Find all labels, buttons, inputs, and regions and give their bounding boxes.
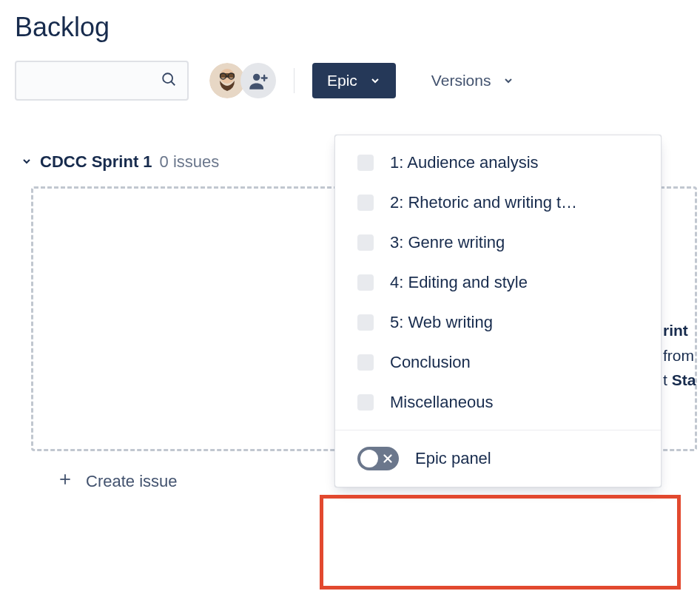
svg-point-0 — [163, 73, 172, 83]
create-issue-label: Create issue — [86, 472, 178, 491]
epic-option[interactable]: 4: Editing and style — [335, 263, 661, 303]
epic-option-label: Miscellaneous — [390, 393, 493, 412]
epic-option-label: 1: Audience analysis — [390, 153, 539, 172]
checkbox-icon[interactable] — [357, 234, 374, 251]
page-title: Backlog — [0, 0, 700, 61]
epic-option[interactable]: Miscellaneous — [335, 382, 661, 422]
epic-panel-toggle[interactable] — [357, 447, 399, 470]
epic-panel-label: Epic panel — [415, 449, 491, 468]
chevron-down-icon — [502, 75, 514, 87]
epic-option-label: 5: Web writing — [390, 313, 493, 332]
annotation-highlight — [320, 495, 681, 590]
search-icon — [161, 71, 177, 90]
epic-option-label: Conclusion — [390, 353, 471, 372]
versions-filter-label: Versions — [431, 72, 491, 89]
plus-icon — [58, 472, 73, 491]
toolbar: Epic Versions — [0, 61, 700, 123]
epic-option-label: 4: Editing and style — [390, 273, 528, 292]
search-box[interactable] — [15, 61, 189, 101]
checkbox-icon[interactable] — [357, 354, 374, 371]
epic-filter-button[interactable]: Epic — [312, 63, 396, 98]
epic-option[interactable]: 1: Audience analysis — [335, 143, 661, 183]
svg-line-1 — [171, 81, 175, 85]
sprint-name: CDCC Sprint 1 — [40, 152, 152, 172]
checkbox-icon[interactable] — [357, 274, 374, 291]
epic-option[interactable]: 3: Genre writing — [335, 223, 661, 263]
add-user-button[interactable] — [240, 63, 276, 98]
epic-option-label: 3: Genre writing — [390, 233, 505, 252]
epic-panel-row: Epic panel — [335, 430, 661, 487]
epic-filter-label: Epic — [327, 72, 357, 89]
user-avatar[interactable] — [209, 63, 245, 98]
checkbox-icon[interactable] — [357, 155, 374, 171]
epic-option[interactable]: 5: Web writing — [335, 303, 661, 342]
chevron-down-icon — [369, 75, 381, 87]
toggle-knob — [360, 450, 378, 467]
close-icon — [381, 452, 394, 465]
epic-option[interactable]: 2: Rhetoric and writing t… — [335, 183, 661, 223]
checkbox-icon[interactable] — [357, 195, 374, 211]
checkbox-icon[interactable] — [357, 314, 374, 331]
svg-point-8 — [253, 74, 260, 81]
epic-dropdown: 1: Audience analysis 2: Rhetoric and wri… — [334, 135, 662, 487]
avatar-group — [209, 63, 276, 98]
chevron-down-icon — [21, 152, 33, 172]
epic-option[interactable]: Conclusion — [335, 342, 661, 382]
epic-option-label: 2: Rhetoric and writing t… — [390, 193, 577, 212]
sprint-issue-count: 0 issues — [160, 152, 220, 172]
divider — [294, 68, 295, 93]
checkbox-icon[interactable] — [357, 394, 374, 411]
sprint-hint-text: rint from t Sta — [663, 318, 700, 393]
versions-filter-button[interactable]: Versions — [417, 63, 530, 98]
